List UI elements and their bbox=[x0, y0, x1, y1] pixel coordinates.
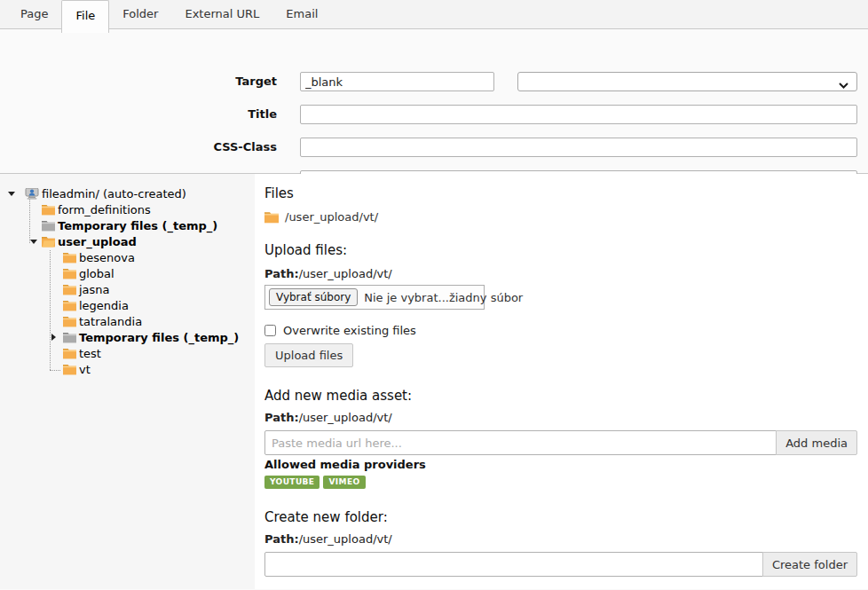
folder-gray-icon bbox=[42, 220, 55, 232]
chevron-down-icon bbox=[839, 78, 848, 91]
folder-open-icon bbox=[42, 236, 55, 248]
tree-item-fileadmin[interactable]: fileadmin/ (auto-created) bbox=[0, 185, 255, 201]
collapse-arrow-icon[interactable] bbox=[7, 192, 16, 196]
target-label: Target bbox=[0, 72, 277, 91]
folder-icon bbox=[63, 252, 76, 264]
upload-files-heading: Upload files: bbox=[264, 242, 857, 258]
tree-item-vt[interactable]: vt bbox=[0, 361, 255, 377]
link-browser-window: Page File Folder External URL Email Targ… bbox=[0, 0, 868, 590]
add-media-button[interactable]: Add media bbox=[776, 430, 857, 455]
upload-files-button[interactable]: Upload files bbox=[264, 343, 353, 367]
tab-email[interactable]: Email bbox=[272, 0, 331, 28]
tree-item-global[interactable]: global bbox=[0, 265, 255, 281]
overwrite-label: Overwrite existing files bbox=[283, 324, 416, 337]
tab-external-url[interactable]: External URL bbox=[171, 0, 272, 28]
folder-icon bbox=[264, 211, 279, 224]
folder-tree: fileadmin/ (auto-created) form_definitio… bbox=[0, 174, 255, 589]
link-attributes-form: Target Title CSS-Class Additional link p… bbox=[0, 29, 868, 174]
folder-icon bbox=[63, 268, 76, 279]
media-url-group: Add media bbox=[264, 430, 857, 455]
provider-badges: YOUTUBE VIMEO bbox=[264, 476, 857, 489]
folder-icon bbox=[63, 316, 76, 327]
tab-folder[interactable]: Folder bbox=[109, 0, 171, 28]
tree-item-temporary-files-2[interactable]: Temporary files (_temp_) bbox=[0, 329, 255, 345]
folder-icon bbox=[42, 204, 55, 216]
tree-item-form-definitions[interactable]: form_definitions bbox=[0, 201, 255, 217]
vimeo-badge: VIMEO bbox=[323, 476, 365, 489]
mount-icon bbox=[25, 188, 39, 200]
title-input[interactable] bbox=[300, 105, 857, 124]
add-media-heading: Add new media asset: bbox=[264, 388, 857, 404]
expand-arrow-icon[interactable] bbox=[49, 334, 58, 341]
current-folder-link[interactable]: /user_upload/vt/ bbox=[264, 210, 857, 224]
media-path: Path:/user_upload/vt/ bbox=[264, 411, 857, 424]
link-type-tabbar: Page File Folder External URL Email bbox=[0, 0, 868, 29]
files-heading: Files bbox=[264, 185, 857, 201]
files-panel: Files /user_upload/vt/ Upload files: Pat… bbox=[255, 174, 868, 589]
tree-item-besenova[interactable]: besenova bbox=[0, 249, 255, 265]
overwrite-checkbox[interactable] bbox=[264, 325, 276, 336]
folder-icon bbox=[63, 348, 76, 359]
create-folder-group: Create folder bbox=[264, 552, 857, 577]
collapse-arrow-icon[interactable] bbox=[29, 240, 38, 244]
tree-item-test[interactable]: test bbox=[0, 345, 255, 361]
folder-icon bbox=[63, 284, 76, 295]
overwrite-checkbox-row: Overwrite existing files bbox=[264, 324, 857, 337]
allowed-providers-label: Allowed media providers bbox=[264, 458, 857, 471]
target-preset-select[interactable] bbox=[517, 72, 857, 91]
media-url-input[interactable] bbox=[264, 430, 777, 455]
title-label: Title bbox=[0, 105, 277, 124]
css-class-label: CSS-Class bbox=[0, 138, 277, 157]
file-chooser-status: Nie je vybrat...žiadny súbor bbox=[364, 291, 523, 304]
youtube-badge: YOUTUBE bbox=[264, 476, 320, 489]
create-folder-button[interactable]: Create folder bbox=[762, 552, 857, 577]
new-folder-name-input[interactable] bbox=[264, 552, 763, 577]
css-class-input[interactable] bbox=[300, 138, 857, 157]
target-input[interactable] bbox=[300, 72, 494, 91]
tree-item-temporary-files[interactable]: Temporary files (_temp_) bbox=[0, 217, 255, 233]
folder-icon bbox=[63, 300, 76, 311]
tab-file[interactable]: File bbox=[61, 0, 109, 33]
upload-path: Path:/user_upload/vt/ bbox=[264, 267, 857, 280]
tab-page[interactable]: Page bbox=[7, 0, 61, 28]
tree-item-jasna[interactable]: jasna bbox=[0, 281, 255, 297]
folder-gray-icon bbox=[63, 332, 76, 343]
create-folder-heading: Create new folder: bbox=[264, 509, 857, 525]
tree-item-legendia[interactable]: legendia bbox=[0, 297, 255, 313]
create-folder-path: Path:/user_upload/vt/ bbox=[264, 532, 857, 546]
tree-item-tatralandia[interactable]: tatralandia bbox=[0, 313, 255, 329]
folder-icon bbox=[63, 364, 76, 375]
tree-item-user-upload[interactable]: user_upload bbox=[0, 233, 255, 249]
file-chooser[interactable]: Vybrať súbory Nie je vybrat...žiadny súb… bbox=[264, 285, 485, 310]
choose-files-button[interactable]: Vybrať súbory bbox=[269, 288, 358, 306]
